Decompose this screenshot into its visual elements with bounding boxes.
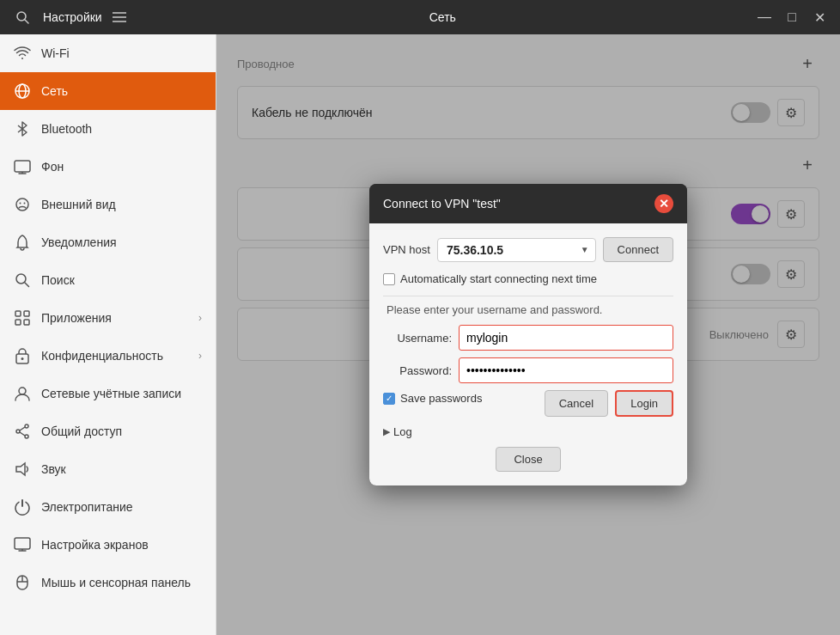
vpn-close-row: Close: [383, 447, 673, 472]
dialog-overlay: Connect to VPN "test" ✕ VPN host 75.36.1…: [216, 34, 840, 635]
sidebar-item-notifications[interactable]: Уведомления: [0, 223, 216, 261]
svg-line-15: [25, 283, 29, 287]
svg-point-22: [19, 388, 26, 394]
sidebar-item-privacy[interactable]: Конфиденциальность ›: [0, 337, 216, 375]
sidebar-item-wifi[interactable]: Wi-Fi: [0, 34, 216, 72]
sidebar-item-bluetooth[interactable]: Bluetooth: [0, 110, 216, 148]
vpn-dialog-body: VPN host 75.36.10.5 ▼ Connect Automatica…: [369, 223, 687, 485]
vpn-password-input[interactable]: [459, 357, 673, 383]
close-button[interactable]: ✕: [807, 5, 831, 29]
vpn-save-passwords-checkbox[interactable]: ✓: [383, 393, 395, 405]
vpn-dialog: Connect to VPN "test" ✕ VPN host 75.36.1…: [369, 184, 687, 485]
svg-line-27: [20, 432, 25, 436]
svg-line-26: [20, 427, 25, 430]
svg-rect-29: [15, 538, 30, 549]
background-icon: [14, 158, 31, 175]
sidebar-item-wifi-label: Wi-Fi: [41, 46, 202, 60]
sidebar-item-displays-label: Настройка экранов: [41, 538, 202, 552]
sharing-icon: [14, 423, 31, 440]
search-icon-btn[interactable]: [9, 3, 36, 31]
notifications-icon: [14, 234, 31, 251]
apps-icon: [14, 309, 31, 327]
sidebar-item-accounts[interactable]: Сетевые учётные записи: [0, 375, 216, 412]
sidebar-item-privacy-label: Конфиденциальность: [41, 349, 188, 363]
vpn-connect-button[interactable]: Connect: [603, 237, 673, 262]
sidebar-item-search-label: Поиск: [41, 273, 202, 287]
minimize-button[interactable]: —: [752, 5, 776, 29]
chevron-right-icon: ›: [198, 312, 202, 324]
vpn-password-row: Password:: [383, 357, 673, 383]
vpn-save-passwords-label: Save passwords: [400, 392, 482, 405]
svg-point-11: [16, 198, 28, 211]
displays-icon: [14, 536, 31, 553]
mouse-icon: [14, 574, 31, 591]
vpn-dialog-close-btn[interactable]: ✕: [654, 194, 673, 213]
svg-rect-8: [15, 161, 30, 172]
sidebar-item-apps[interactable]: Приложения ›: [0, 299, 216, 337]
sidebar-item-power[interactable]: Электропитание: [0, 488, 216, 526]
log-expand-icon: ▶: [383, 426, 390, 437]
dialog-separator: [383, 296, 673, 296]
svg-rect-17: [24, 311, 29, 316]
sound-icon: [14, 461, 31, 478]
window-title: Сеть: [133, 10, 752, 24]
svg-rect-16: [15, 311, 21, 316]
sidebar-item-power-label: Электропитание: [41, 500, 202, 514]
maximize-button[interactable]: □: [780, 5, 804, 29]
content-area: Проводное + Кабель не подключён ⚙ + ⚙ ⚙: [216, 34, 840, 635]
svg-rect-18: [15, 320, 21, 325]
sidebar-item-appearance[interactable]: Внешний вид: [0, 186, 216, 223]
sidebar-item-network-label: Сеть: [41, 84, 202, 98]
sidebar-item-network[interactable]: Сеть: [0, 72, 216, 110]
vpn-autoconnect-checkbox[interactable]: [383, 273, 395, 285]
sidebar-item-sound[interactable]: Звук: [0, 450, 216, 488]
svg-point-25: [25, 435, 28, 438]
sidebar-item-displays[interactable]: Настройка экранов: [0, 526, 216, 564]
network-icon: [14, 82, 31, 100]
svg-point-14: [16, 274, 26, 284]
sidebar-item-background[interactable]: Фон: [0, 148, 216, 186]
vpn-dialog-header: Connect to VPN "test" ✕: [369, 184, 687, 223]
vpn-log-label: Log: [393, 425, 412, 438]
sidebar-item-bluetooth-label: Bluetooth: [41, 122, 202, 136]
appearance-icon: [14, 196, 31, 213]
vpn-host-row: VPN host 75.36.10.5 ▼ Connect: [383, 237, 673, 262]
vpn-info-text: Please enter your username and password.: [383, 303, 673, 316]
sidebar-item-sound-label: Звук: [41, 462, 202, 476]
sidebar-item-sharing[interactable]: Общий доступ: [0, 412, 216, 450]
sidebar-item-appearance-label: Внешний вид: [41, 198, 202, 211]
sidebar-item-mouse[interactable]: Мышь и сенсорная панель: [0, 564, 216, 601]
vpn-cancel-button[interactable]: Cancel: [545, 390, 608, 417]
svg-point-23: [25, 424, 28, 428]
vpn-username-label: Username:: [383, 332, 452, 345]
sidebar-item-notifications-label: Уведомления: [41, 235, 202, 249]
wifi-icon: [14, 45, 31, 62]
svg-rect-19: [24, 320, 29, 325]
accounts-icon: [14, 385, 31, 402]
vpn-action-buttons: Cancel Login: [545, 390, 673, 417]
svg-line-1: [25, 20, 28, 23]
vpn-close-button[interactable]: Close: [496, 447, 560, 472]
hamburger-menu-btn[interactable]: [106, 3, 133, 31]
sidebar-item-search[interactable]: Поиск: [0, 261, 216, 299]
sidebar: Wi-Fi Сеть Bluetooth: [0, 34, 216, 635]
power-icon: [14, 498, 31, 516]
vpn-host-select[interactable]: 75.36.10.5: [437, 238, 596, 262]
vpn-autoconnect-row: Automatically start connecting next time: [383, 272, 673, 285]
vpn-password-label: Password:: [383, 364, 452, 377]
vpn-username-input[interactable]: [459, 325, 673, 351]
vpn-dialog-title: Connect to VPN "test": [383, 197, 501, 211]
svg-marker-28: [16, 463, 25, 475]
sidebar-item-apps-label: Приложения: [41, 311, 188, 325]
svg-point-21: [21, 357, 24, 360]
sidebar-item-mouse-label: Мышь и сенсорная панель: [41, 576, 202, 589]
main-layout: Wi-Fi Сеть Bluetooth: [0, 34, 840, 635]
vpn-login-button[interactable]: Login: [615, 390, 673, 417]
vpn-autoconnect-label: Automatically start connecting next time: [400, 272, 597, 285]
privacy-icon: [14, 347, 31, 364]
svg-point-12: [20, 203, 21, 205]
chevron-right-icon-2: ›: [198, 350, 202, 362]
vpn-log-row[interactable]: ▶ Log: [383, 425, 673, 438]
bluetooth-icon: [14, 120, 31, 137]
svg-point-24: [16, 430, 20, 433]
